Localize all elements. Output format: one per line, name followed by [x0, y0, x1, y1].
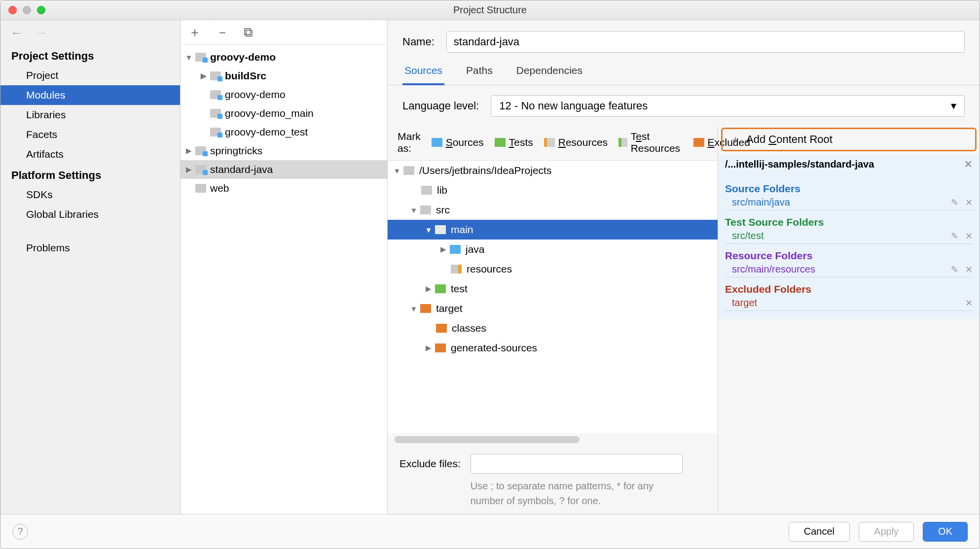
- language-level-row: Language level: 12 - No new language fea…: [388, 85, 980, 127]
- folder-item[interactable]: target✕: [725, 295, 973, 311]
- tree-row[interactable]: ▼/Users/jetbrains/IdeaProjects: [388, 161, 718, 180]
- tree-row[interactable]: ▶java: [388, 240, 718, 259]
- sidebar-item-libraries[interactable]: Libraries: [0, 105, 180, 125]
- copy-module-icon[interactable]: ⧉: [244, 25, 253, 40]
- tree-row-selected[interactable]: ▶standard-java: [181, 160, 387, 179]
- mark-test-resources-button[interactable]: Test Resources: [618, 131, 682, 154]
- folder-label: target: [436, 303, 463, 314]
- sidebar-item-global-libraries[interactable]: Global Libraries: [0, 205, 180, 224]
- tree-row[interactable]: classes: [388, 318, 718, 338]
- close-icon[interactable]: ✕: [965, 197, 973, 208]
- tab-sources[interactable]: Sources: [402, 60, 444, 85]
- settings-sidebar: ← → Project Settings Project Modules Lib…: [0, 20, 181, 514]
- chevron-right-icon: ▶: [199, 71, 208, 80]
- edit-icon[interactable]: ✎: [951, 264, 958, 275]
- tree-row[interactable]: ▶buildSrc: [181, 67, 387, 85]
- tree-row[interactable]: ▶test: [388, 279, 718, 299]
- folder-icon: [420, 206, 431, 214]
- folders-panel: Source Folders src/main/java✎✕ Test Sour…: [718, 174, 980, 319]
- sidebar-item-facets[interactable]: Facets: [0, 125, 180, 144]
- folder-icon: [403, 166, 414, 175]
- tree-row[interactable]: ▼target: [388, 299, 718, 318]
- chevron-right-icon: ▶: [424, 284, 433, 293]
- folder-label: resources: [467, 263, 512, 275]
- chevron-down-icon: ▼: [409, 206, 418, 214]
- sidebar-item-sdks[interactable]: SDKs: [0, 185, 180, 205]
- module-label: groovy-demo_main: [225, 107, 314, 119]
- tree-row[interactable]: web: [181, 179, 387, 198]
- close-icon[interactable]: ✕: [964, 158, 973, 170]
- content-root-path[interactable]: /...intellij-samples/standard-java ✕: [718, 154, 980, 174]
- mark-resources-button[interactable]: Resources: [544, 137, 608, 148]
- sidebar-item-artifacts[interactable]: Artifacts: [0, 144, 180, 164]
- sidebar-item-project[interactable]: Project: [0, 66, 180, 85]
- horizontal-scrollbar[interactable]: [395, 436, 580, 443]
- folder-item[interactable]: src/main/resources✎✕: [725, 262, 973, 277]
- folder-item[interactable]: src/test✎✕: [725, 228, 973, 244]
- language-level-select[interactable]: 12 - No new language features ▾: [491, 95, 965, 117]
- tree-row[interactable]: ▼src: [388, 200, 718, 220]
- tab-dependencies[interactable]: Dependencies: [514, 60, 584, 85]
- module-icon: [195, 146, 206, 155]
- help-button[interactable]: ?: [12, 524, 28, 540]
- module-icon: [195, 184, 206, 193]
- tree-row[interactable]: groovy-demo: [181, 85, 387, 104]
- module-toolbar: ＋ － ⧉: [181, 20, 387, 45]
- module-tree: ▼groovy-demo ▶buildSrc groovy-demo groov…: [181, 45, 387, 514]
- module-label: groovy-demo_test: [225, 126, 308, 138]
- module-icon: [195, 165, 206, 174]
- chevron-down-icon: ▼: [424, 226, 433, 234]
- chevron-down-icon: ▾: [951, 100, 956, 112]
- edit-icon[interactable]: ✎: [951, 231, 958, 241]
- chevron-down-icon: ▼: [184, 53, 193, 62]
- exclude-files-hint: Use ; to separate name patterns, * for a…: [471, 479, 688, 508]
- sources-folder-icon: [450, 245, 461, 254]
- source-folders-title: Source Folders: [725, 183, 973, 195]
- add-content-root-button[interactable]: ＋ Add Content Root: [721, 128, 977, 151]
- folder-label: lib: [437, 184, 447, 196]
- remove-module-icon[interactable]: －: [216, 24, 229, 41]
- sidebar-item-problems[interactable]: Problems: [0, 238, 180, 258]
- cancel-button[interactable]: Cancel: [789, 522, 850, 542]
- tree-row[interactable]: resources: [388, 259, 718, 279]
- tree-row[interactable]: ▶springtricks: [181, 141, 387, 160]
- folder-icon: [421, 186, 432, 195]
- close-icon[interactable]: ✕: [965, 298, 973, 309]
- tree-row[interactable]: groovy-demo_test: [181, 123, 387, 141]
- apply-button[interactable]: Apply: [859, 522, 914, 542]
- module-icon: [210, 109, 221, 118]
- tab-paths[interactable]: Paths: [464, 60, 495, 85]
- module-icon: [210, 71, 221, 80]
- language-level-value: 12 - No new language features: [499, 100, 648, 112]
- module-icon: [210, 128, 221, 137]
- name-label: Name:: [402, 35, 435, 48]
- mark-sources-button[interactable]: Sources: [432, 137, 484, 148]
- ok-button[interactable]: OK: [923, 522, 968, 542]
- folder-item-label: src/main/java: [732, 197, 790, 208]
- tree-row[interactable]: groovy-demo_main: [181, 104, 387, 123]
- tree-row[interactable]: ▶generated-sources: [388, 338, 718, 358]
- close-icon[interactable]: ✕: [965, 231, 973, 241]
- resource-folders-title: Resource Folders: [725, 250, 973, 262]
- folder-item-label: target: [732, 297, 757, 309]
- module-icon: [195, 53, 206, 62]
- excluded-folder-icon: [436, 324, 447, 333]
- back-arrow-icon[interactable]: ←: [10, 25, 23, 40]
- tree-row-selected[interactable]: ▼main: [388, 220, 718, 240]
- nav-back-forward: ← →: [0, 20, 180, 45]
- sidebar-item-modules[interactable]: Modules: [0, 85, 180, 105]
- close-icon[interactable]: ✕: [965, 264, 973, 275]
- module-name-input[interactable]: [446, 31, 965, 53]
- tree-row[interactable]: ▼groovy-demo: [181, 48, 387, 67]
- folder-item[interactable]: src/main/java✎✕: [725, 195, 973, 210]
- plus-icon: ＋: [729, 132, 741, 147]
- edit-icon[interactable]: ✎: [951, 197, 958, 208]
- add-module-icon[interactable]: ＋: [188, 24, 201, 41]
- resources-folder-icon: [451, 265, 462, 274]
- mark-tests-button[interactable]: Tests: [495, 137, 533, 148]
- tree-row[interactable]: lib: [388, 180, 718, 200]
- exclude-files-label: Exclude files:: [399, 454, 461, 470]
- chevron-right-icon: ▶: [424, 343, 433, 352]
- forward-arrow-icon[interactable]: →: [35, 25, 48, 40]
- exclude-files-input[interactable]: [471, 454, 683, 474]
